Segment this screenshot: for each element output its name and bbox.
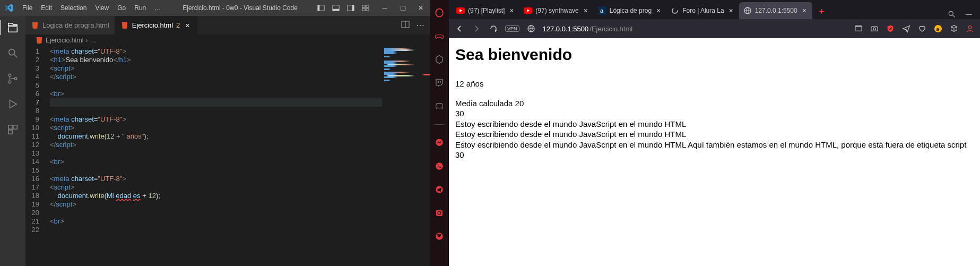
twitch-icon[interactable] <box>434 78 445 88</box>
forward-button[interactable] <box>471 23 482 34</box>
url-path: /Ejercicio.html <box>589 25 632 33</box>
menu-more[interactable]: … <box>150 0 165 16</box>
user-icon[interactable] <box>965 24 975 33</box>
search-icon[interactable] <box>5 46 20 61</box>
page-line: 30 <box>455 150 974 160</box>
layout-right-icon[interactable] <box>345 2 357 14</box>
menu-file[interactable]: File <box>18 0 37 16</box>
twitter-icon[interactable] <box>434 231 445 242</box>
instagram-icon[interactable] <box>434 208 445 218</box>
explorer-icon[interactable] <box>0 20 25 35</box>
svg-point-24 <box>436 162 443 170</box>
send-icon[interactable] <box>901 24 911 33</box>
close-window-button[interactable]: ✕ <box>412 0 430 16</box>
telegram-icon[interactable] <box>434 184 445 195</box>
menu-go[interactable]: Go <box>113 0 130 16</box>
url-input[interactable]: 127.0.0.1:5500/Ejercicio.html <box>543 25 847 33</box>
search-tabs-icon[interactable] <box>947 10 957 19</box>
reload-button[interactable] <box>488 23 499 34</box>
browser-tab-playlist[interactable]: (97) [Playlist] × <box>452 2 519 19</box>
menu-edit[interactable]: Edit <box>37 0 56 16</box>
svg-rect-3 <box>333 9 339 11</box>
tab-label: Ejercicio.html <box>132 21 173 29</box>
tab-logica[interactable]: Logica de progra.html <box>25 16 115 35</box>
hexagon-icon[interactable] <box>434 54 445 65</box>
svg-point-14 <box>14 78 17 80</box>
back-button[interactable] <box>454 23 465 34</box>
vscode-menu: File Edit Selection View Go Run … <box>18 0 165 16</box>
html-file-icon <box>31 21 39 30</box>
discord-icon[interactable] <box>434 101 445 111</box>
page-line: 12 años <box>455 79 974 89</box>
svg-point-12 <box>8 74 11 76</box>
vscode-logo-icon <box>4 3 14 13</box>
svg-rect-17 <box>8 130 12 134</box>
tab-label: Lógica de prog <box>610 7 652 14</box>
browser-main: (97) [Playlist] × (97) synthwave × a Lóg… <box>449 0 980 266</box>
snapshot-icon[interactable] <box>854 24 863 33</box>
minimap-content <box>383 46 430 83</box>
tab-label: (97) synthwave <box>535 7 578 14</box>
tab-close-icon[interactable]: × <box>727 7 735 14</box>
menu-run[interactable]: Run <box>130 0 150 16</box>
heart-icon[interactable] <box>917 24 927 33</box>
new-tab-button[interactable]: + <box>814 4 829 19</box>
messenger-icon[interactable] <box>434 138 445 148</box>
url-bar: VPN 127.0.0.1:5500/Ejercicio.html a <box>449 19 980 38</box>
urlbar-actions: a <box>854 24 975 33</box>
window-minimize-icon[interactable]: ─ <box>964 10 974 19</box>
split-editor-icon[interactable] <box>401 20 410 31</box>
menu-view[interactable]: View <box>91 0 113 16</box>
cube-icon[interactable] <box>949 24 959 33</box>
tab-close-icon[interactable]: × <box>508 7 515 14</box>
html-file-icon <box>120 21 129 30</box>
loading-icon <box>671 6 679 15</box>
whatsapp-icon[interactable] <box>434 161 445 171</box>
maximize-button[interactable]: ▢ <box>394 0 412 16</box>
browser-tab-synthwave[interactable]: (97) synthwave × <box>519 2 593 19</box>
vscode-window: File Edit Selection View Go Run … Ejerci… <box>0 0 430 266</box>
overview-ruler[interactable] <box>423 46 430 266</box>
breadcrumb-tail: … <box>90 37 96 44</box>
extensions-icon[interactable] <box>5 122 20 137</box>
site-info-icon[interactable] <box>526 23 536 34</box>
code-editor[interactable]: 12345678910111213141516171819202122 <met… <box>25 46 430 266</box>
browser-tab-logica[interactable]: a Lógica de prog × <box>594 2 666 19</box>
window-title: Ejercicio.html - 0w0 - Visual Studio Cod… <box>165 4 315 12</box>
run-debug-icon[interactable] <box>5 97 20 111</box>
page-line: Estoy escribiendo desde el mundo JavaScr… <box>455 119 974 130</box>
vpn-badge[interactable]: VPN <box>505 25 519 32</box>
breadcrumb[interactable]: Ejercicio.html › … <box>25 35 430 46</box>
layout-bottom-icon[interactable] <box>330 2 342 14</box>
tab-close-icon[interactable]: × <box>801 7 808 14</box>
svg-line-11 <box>14 55 18 58</box>
tab-ejercicio[interactable]: Ejercicio.html 2 × <box>115 16 198 35</box>
breadcrumb-file: Ejercicio.html <box>46 37 83 44</box>
gamepad-icon[interactable] <box>434 31 445 41</box>
menu-selection[interactable]: Selection <box>56 0 91 16</box>
svg-text:a: a <box>936 26 939 32</box>
tab-close-icon[interactable]: × <box>582 7 589 14</box>
tab-label: 127.0.0.1:5500 <box>755 7 797 14</box>
minimize-button[interactable]: ─ <box>376 0 394 16</box>
browser-tab-localhost[interactable]: 127.0.0.1:5500 × <box>739 2 812 19</box>
layout-grid-icon[interactable] <box>360 2 371 14</box>
layout-left-icon[interactable] <box>315 2 327 14</box>
opera-logo-icon[interactable] <box>434 7 445 18</box>
browser-window: (97) [Playlist] × (97) synthwave × a Lóg… <box>430 0 980 266</box>
svg-rect-5 <box>352 5 354 11</box>
tab-close-icon[interactable]: × <box>183 21 192 30</box>
svg-text:a: a <box>600 7 604 14</box>
code-content[interactable]: <meta charset="UTF-8"> <h1>Sea bienvenid… <box>50 46 382 266</box>
profile-icon[interactable]: a <box>933 24 943 33</box>
browser-tab-foro[interactable]: Foro | Alura La × <box>666 2 739 19</box>
svg-point-28 <box>441 210 442 211</box>
tab-close-icon[interactable]: × <box>655 7 662 14</box>
minimap[interactable] <box>382 46 430 266</box>
more-actions-icon[interactable]: ⋯ <box>416 20 424 30</box>
camera-icon[interactable] <box>870 24 879 33</box>
adblock-icon[interactable] <box>886 24 895 33</box>
source-control-icon[interactable] <box>5 71 20 86</box>
page-content: Sea bienvenido 12 años Media calculada 2… <box>449 38 980 266</box>
divider-icon <box>434 124 445 125</box>
